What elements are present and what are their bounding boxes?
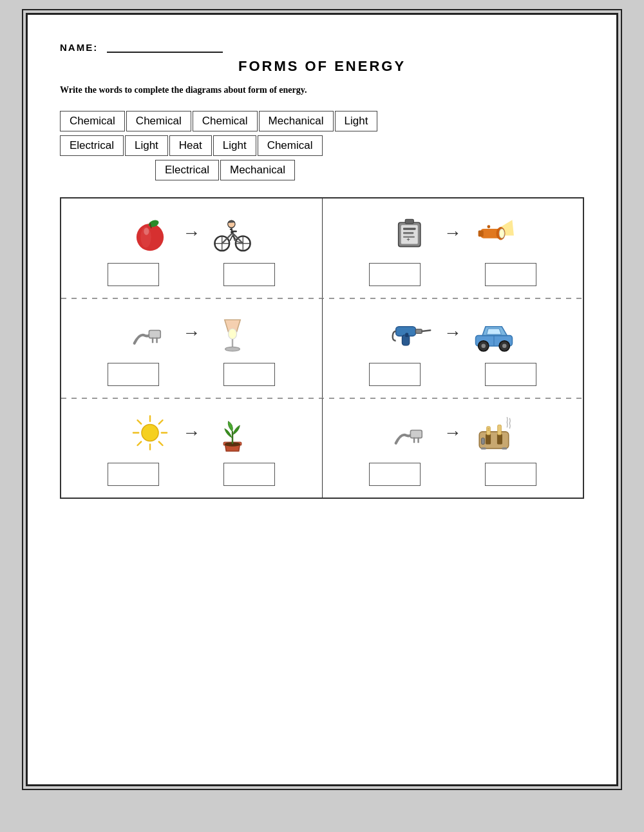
answer-box-apple[interactable] [108, 263, 159, 286]
answer-box-drill[interactable] [369, 363, 421, 386]
svg-rect-33 [478, 230, 483, 237]
plant-icon-box [207, 410, 258, 455]
svg-point-43 [225, 347, 240, 351]
plug-icon [128, 312, 173, 354]
svg-rect-48 [405, 333, 408, 337]
answer-spacer [427, 263, 478, 286]
svg-rect-27 [403, 227, 416, 229]
battery-icon-box: + [386, 210, 437, 255]
diagram-sun-plant: → [61, 398, 322, 498]
svg-rect-76 [497, 425, 501, 434]
cyclist-icon-box [207, 210, 258, 255]
svg-rect-46 [415, 329, 422, 333]
worksheet-page: NAME: FORMS OF ENERGY Write the words to… [26, 13, 618, 786]
answer-spacer [427, 463, 478, 486]
answer-box-lamp[interactable] [223, 363, 275, 386]
arrow-4: → [444, 322, 462, 343]
name-underline [107, 41, 223, 53]
diagram-plug-lamp: → [61, 298, 322, 398]
answer-box-car[interactable] [485, 363, 536, 386]
answer-box-plug2[interactable] [369, 463, 421, 486]
answer-box-battery[interactable] [369, 263, 421, 286]
arrow-2: → [444, 222, 462, 243]
page-title: FORMS OF ENERGY [60, 58, 584, 75]
word-tile: Heat [169, 135, 212, 156]
answer-box-cyclist[interactable] [223, 263, 275, 286]
word-tile: Electrical [155, 160, 219, 180]
flashlight-icon [471, 212, 516, 254]
svg-line-47 [422, 330, 430, 331]
word-tile: Chemical [193, 111, 258, 131]
svg-rect-37 [149, 330, 161, 338]
svg-rect-74 [497, 434, 502, 444]
answer-boxes-row [369, 263, 536, 286]
arrow-1: → [182, 222, 200, 243]
toaster-icon [471, 412, 516, 454]
svg-point-35 [499, 229, 504, 238]
answer-spacer [166, 263, 217, 286]
diagram-icons-row: + → [386, 210, 520, 255]
plug-icon-box [124, 310, 176, 355]
plug2-icon [389, 412, 434, 454]
battery-icon: + [389, 212, 434, 254]
arrow-3: → [182, 322, 200, 343]
diagrams-area: → [60, 197, 584, 499]
svg-rect-81 [502, 447, 507, 449]
cyclist-icon [210, 212, 255, 254]
lamp-icon-box [207, 310, 258, 355]
svg-point-54 [502, 343, 507, 348]
diagram-icons-row: → [124, 310, 258, 355]
word-bank-row-1: Chemical Chemical Chemical Mechanical Li… [60, 111, 584, 133]
word-tile: Mechanical [259, 111, 334, 131]
answer-box-plug[interactable] [108, 363, 159, 386]
word-tile: Chemical [258, 135, 323, 156]
svg-line-63 [138, 441, 142, 445]
word-tile: Light [335, 111, 378, 131]
word-bank-row-3: Electrical Mechanical [60, 160, 584, 182]
diagram-icons-row: → [386, 310, 520, 355]
svg-point-4 [144, 227, 149, 235]
answer-box-flashlight[interactable] [485, 263, 536, 286]
arrow-6: → [444, 422, 462, 443]
svg-point-36 [487, 225, 490, 228]
car-icon [471, 312, 516, 354]
diagram-battery-flashlight: + → [323, 198, 583, 298]
answer-box-sun[interactable] [108, 463, 159, 486]
diagram-icons-row: → [124, 210, 258, 255]
apple-icon-box [124, 210, 176, 255]
answer-boxes-row [108, 263, 275, 286]
word-tile: Electrical [60, 135, 124, 156]
svg-rect-75 [486, 426, 490, 434]
diagram-icons-row: → [124, 410, 258, 455]
svg-rect-80 [480, 447, 486, 449]
svg-line-60 [138, 420, 142, 424]
name-label: NAME: [60, 41, 584, 53]
answer-spacer [166, 463, 217, 486]
drill-icon-box [386, 310, 437, 355]
answer-spacer [427, 363, 478, 386]
answer-box-toaster[interactable] [485, 463, 536, 486]
answer-spacer [166, 363, 217, 386]
word-tile: Chemical [126, 111, 191, 131]
diagram-drill-car: → [323, 298, 583, 398]
diagram-apple-bike: → [61, 198, 322, 298]
sun-icon [128, 412, 173, 454]
answer-box-plant[interactable] [223, 463, 275, 486]
apple-icon [128, 212, 173, 254]
flashlight-icon-box [468, 210, 520, 255]
svg-rect-25 [405, 219, 413, 224]
svg-line-61 [159, 441, 163, 445]
word-tile: Mechanical [220, 160, 295, 180]
svg-point-64 [142, 424, 158, 441]
plug2-icon-box [386, 410, 437, 455]
svg-rect-28 [403, 231, 413, 233]
drill-icon [389, 312, 434, 354]
word-tile: Chemical [60, 111, 125, 131]
answer-boxes-row [369, 363, 536, 386]
svg-line-22 [230, 235, 232, 240]
car-icon-box [468, 310, 520, 355]
diagram-icons-row: → [386, 410, 520, 455]
word-bank-row-2: Electrical Light Heat Light Chemical [60, 135, 584, 157]
word-bank: Chemical Chemical Chemical Mechanical Li… [60, 111, 584, 184]
svg-point-52 [481, 343, 486, 348]
